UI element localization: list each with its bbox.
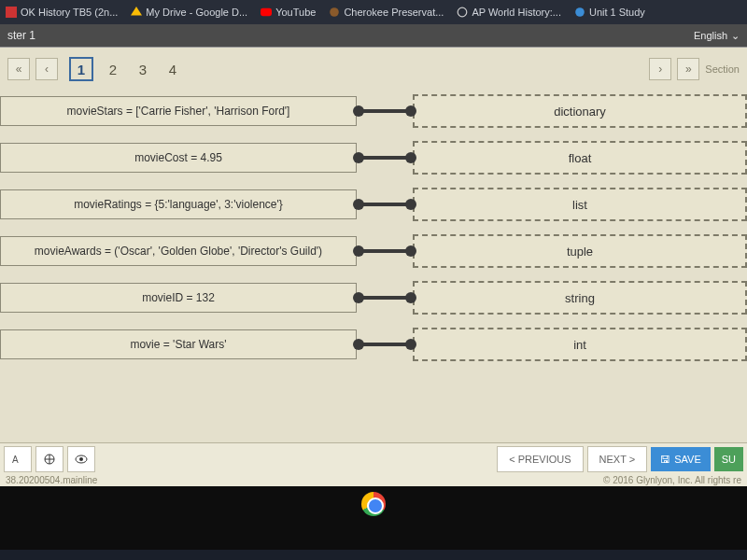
page-2[interactable]: 2 xyxy=(103,59,123,79)
svg-text:A: A xyxy=(12,455,19,465)
svg-rect-0 xyxy=(6,7,17,18)
match-left[interactable]: movieRatings = {5:'language', 3:'violenc… xyxy=(0,189,357,219)
next-page-button[interactable]: › xyxy=(649,58,671,80)
tab-unit1[interactable]: Unit 1 Study xyxy=(574,7,645,18)
page-1[interactable]: 1 xyxy=(69,57,93,81)
prev-page-button[interactable]: ‹ xyxy=(35,58,58,80)
svg-rect-2 xyxy=(261,8,272,16)
next-button[interactable]: NEXT > xyxy=(587,446,648,472)
match-row: movieRatings = {5:'language', 3:'violenc… xyxy=(0,184,747,225)
matching-exercise: movieStars = ['Carrie Fisher', 'Harrison… xyxy=(0,87,747,365)
chrome-icon[interactable] xyxy=(361,492,386,516)
match-row: movie = 'Star Wars' int xyxy=(0,324,747,365)
connector[interactable] xyxy=(357,109,413,113)
svg-point-5 xyxy=(575,7,585,17)
save-icon: 🖫 xyxy=(660,454,670,465)
page-4[interactable]: 4 xyxy=(162,59,183,79)
rewind-button[interactable]: « xyxy=(7,58,30,80)
match-row: movieID = 132 string xyxy=(0,277,747,318)
taskbar xyxy=(0,486,747,550)
match-right[interactable]: string xyxy=(413,281,747,315)
match-right[interactable]: dictionary xyxy=(413,94,747,128)
match-right[interactable]: float xyxy=(413,141,747,175)
browser-tabs: OK History TB5 (2n... My Drive - Google … xyxy=(0,0,747,24)
svg-point-9 xyxy=(79,457,83,461)
ffwd-button[interactable]: » xyxy=(677,58,699,80)
title-left: ster 1 xyxy=(7,29,35,42)
match-right[interactable]: tuple xyxy=(413,234,747,268)
title-bar: ster 1 English⌄ xyxy=(0,24,747,47)
tab-cherokee[interactable]: Cherokee Preservat... xyxy=(329,7,444,18)
eye-icon[interactable] xyxy=(67,446,95,472)
match-left[interactable]: movieAwards = ('Oscar', 'Golden Globe', … xyxy=(0,236,357,266)
connector[interactable] xyxy=(357,203,413,206)
svg-marker-1 xyxy=(131,7,142,16)
match-row: movieAwards = ('Oscar', 'Golden Globe', … xyxy=(0,231,747,272)
connector[interactable] xyxy=(357,343,413,346)
match-row: movieStars = ['Carrie Fisher', 'Harrison… xyxy=(0,91,747,132)
svg-point-4 xyxy=(458,7,468,17)
connector[interactable] xyxy=(357,249,413,253)
match-right[interactable]: list xyxy=(413,188,747,221)
tab-my-drive[interactable]: My Drive - Google D... xyxy=(131,7,247,18)
language-selector[interactable]: English⌄ xyxy=(694,30,740,42)
translate-icon[interactable]: A xyxy=(4,446,32,472)
connector[interactable] xyxy=(357,156,413,160)
match-row: movieCost = 4.95 float xyxy=(0,137,747,178)
lesson-content: « ‹ 1 2 3 4 › » Section movieStars = ['C… xyxy=(0,47,747,486)
footer: A < PREVIOUS NEXT > 🖫SAVE SU 38.20200504… xyxy=(0,442,747,486)
tab-youtube[interactable]: YouTube xyxy=(261,7,316,18)
submit-button[interactable]: SU xyxy=(714,447,743,471)
match-left[interactable]: movieCost = 4.95 xyxy=(0,143,357,173)
match-left[interactable]: movieID = 132 xyxy=(0,283,357,313)
version-label: 38.20200504.mainline xyxy=(0,475,103,488)
page-3[interactable]: 3 xyxy=(133,59,153,79)
globe-icon[interactable] xyxy=(35,446,63,472)
match-right[interactable]: int xyxy=(413,328,747,361)
match-left[interactable]: movieStars = ['Carrie Fisher', 'Harrison… xyxy=(0,96,357,126)
copyright-label: © 2016 Glynlyon, Inc. All rights re xyxy=(598,475,747,488)
page-list: 1 2 3 4 xyxy=(69,57,183,81)
tab-ap-world[interactable]: AP World History:... xyxy=(457,7,561,18)
chevron-down-icon: ⌄ xyxy=(731,30,740,42)
page-nav: « ‹ 1 2 3 4 › » Section xyxy=(0,48,747,87)
match-left[interactable]: movie = 'Star Wars' xyxy=(0,329,357,359)
connector[interactable] xyxy=(357,296,413,300)
previous-button[interactable]: < PREVIOUS xyxy=(497,446,583,472)
save-button[interactable]: 🖫SAVE xyxy=(651,447,711,471)
section-label[interactable]: Section xyxy=(705,63,740,75)
tab-ok-history[interactable]: OK History TB5 (2n... xyxy=(6,7,118,18)
svg-point-3 xyxy=(331,7,340,17)
